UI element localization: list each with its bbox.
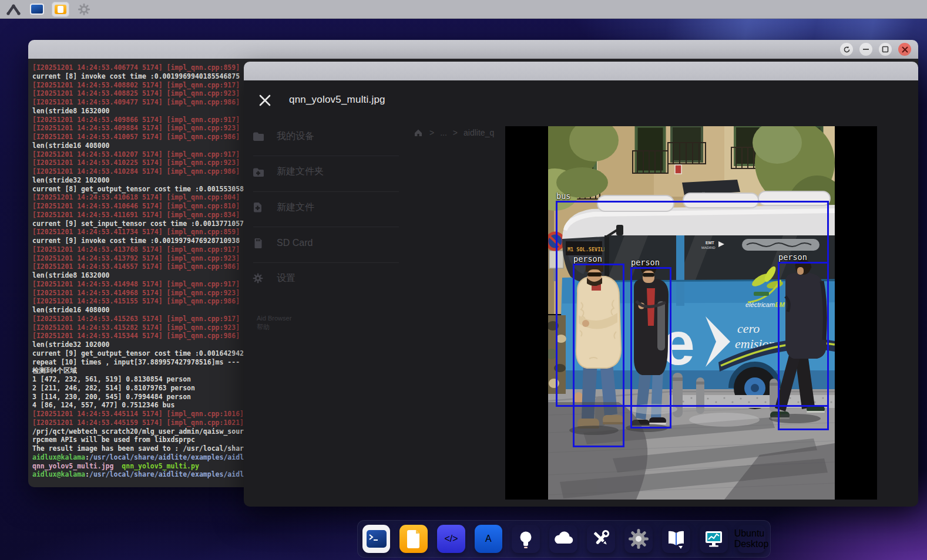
sidebar-item-label: 新建文件 <box>277 201 314 214</box>
sidebar-divider <box>253 156 399 156</box>
dock-app-center-icon[interactable]: A <box>475 525 502 553</box>
detection-label: person <box>631 258 660 267</box>
breadcrumb-separator: > <box>453 128 458 137</box>
dock: </> A Ubuntu Desktop <box>357 520 771 558</box>
sidebar-item-folder[interactable]: 我的设备 <box>252 126 314 146</box>
close-button[interactable] <box>898 43 911 56</box>
dock-ubuntu-desktop-icon[interactable]: Ubuntu Desktop <box>737 525 765 553</box>
sidebar-item-label: 我的设备 <box>277 130 314 143</box>
image-viewer-window: qnn_yolov5_multi.jpg 我的设备新建文件夹新建文件SD Car… <box>244 62 918 507</box>
dock-docs-reader-icon[interactable] <box>662 525 690 553</box>
dock-repair-tools-icon[interactable] <box>587 525 615 553</box>
dock-light-bulb-icon[interactable] <box>512 525 540 553</box>
folder-icon <box>55 5 66 14</box>
dock-settings-gear-icon[interactable] <box>624 525 653 553</box>
sidebar-divider <box>253 262 399 263</box>
photo-letterbox: M1 SOL.SEVILLA EMT MADRID <box>505 126 877 500</box>
sidebar-item-folder-plus[interactable]: 新建文件夹 <box>252 162 324 182</box>
breadcrumb-separator: > <box>429 128 434 137</box>
gear-icon <box>252 272 264 284</box>
sidebar-item-label: 新建文件夹 <box>277 166 324 178</box>
sidebar-item-label: SD Card <box>277 238 313 248</box>
taskbar-files-thumbnail[interactable] <box>52 2 69 17</box>
detection-label: person <box>778 252 807 262</box>
detection-box-person: person <box>630 267 671 429</box>
breadcrumb-ellipsis[interactable]: ... <box>440 128 447 137</box>
viewer-close-icon[interactable] <box>258 93 272 107</box>
footer-app-name: Aid Browser <box>257 314 291 323</box>
viewer-body: qnn_yolov5_multi.jpg 我的设备新建文件夹新建文件SD Car… <box>244 80 918 507</box>
file-manager-footer: Aid Browser 帮助 <box>257 314 291 332</box>
sidebar-item-sd-card[interactable]: SD Card <box>252 233 313 253</box>
folder-plus-icon <box>252 166 264 178</box>
taskbar-terminal-thumbnail[interactable] <box>28 2 46 17</box>
viewer-titlebar[interactable] <box>244 62 918 80</box>
desktop: [I20251201 14:24:53.406774 5174] [impl_q… <box>0 0 927 560</box>
dock-terminal-icon[interactable] <box>362 525 390 553</box>
terminal-window-icon <box>30 4 44 15</box>
dock-files-icon[interactable] <box>399 525 428 553</box>
sidebar-item-gear[interactable]: 设置 <box>252 268 295 288</box>
home-icon[interactable] <box>413 127 424 138</box>
gear-icon <box>78 3 90 16</box>
dock-system-monitor-icon[interactable] <box>700 525 728 553</box>
aidlux-logo-icon[interactable] <box>5 2 22 17</box>
detection-label: person <box>573 254 602 264</box>
sidebar-divider <box>253 191 399 192</box>
taskbar-settings-thumbnail[interactable] <box>75 2 93 17</box>
maximize-button[interactable] <box>879 43 892 56</box>
sidebar-item-label: 设置 <box>277 272 295 285</box>
detection-label: bus <box>556 191 570 201</box>
top-system-bar <box>0 0 927 19</box>
sidebar-divider <box>253 227 399 227</box>
footer-help-link[interactable]: 帮助 <box>257 323 291 332</box>
detection-photo: M1 SOL.SEVILLA EMT MADRID <box>548 126 835 500</box>
file-plus-icon <box>252 201 264 213</box>
detection-box-person: person <box>573 264 624 447</box>
sidebar-item-file-plus[interactable]: 新建文件 <box>252 197 314 217</box>
refresh-button[interactable] <box>840 43 853 56</box>
ubuntu-desktop-caption: Ubuntu Desktop <box>734 528 769 549</box>
viewer-filename: qnn_yolov5_multi.jpg <box>289 94 385 106</box>
detection-box-person: person <box>778 262 829 430</box>
folder-icon <box>252 130 264 142</box>
breadcrumb: > ... > aidlite_q <box>413 125 505 140</box>
breadcrumb-current-folder[interactable]: aidlite_q <box>464 128 494 137</box>
window-controls <box>840 43 911 56</box>
dock-code-editor-icon[interactable]: </> <box>437 525 465 553</box>
dock-cloud-icon[interactable] <box>549 525 577 553</box>
minimize-button[interactable] <box>859 43 872 56</box>
sd-card-icon <box>252 237 264 249</box>
terminal-titlebar[interactable] <box>28 40 918 59</box>
